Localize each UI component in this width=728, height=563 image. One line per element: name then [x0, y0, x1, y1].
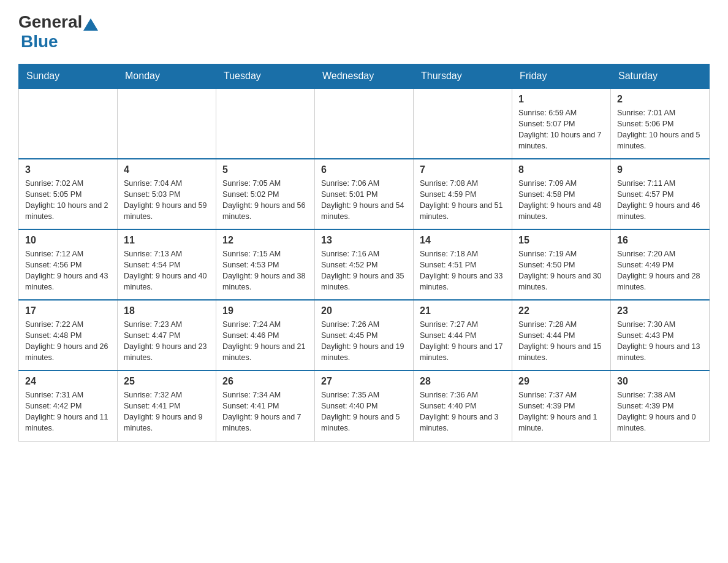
calendar-cell: 21Sunrise: 7:27 AM Sunset: 4:44 PM Dayli… [414, 300, 512, 370]
calendar-cell: 29Sunrise: 7:37 AM Sunset: 4:39 PM Dayli… [512, 370, 611, 441]
logo-general-text: General [18, 12, 82, 32]
calendar-cell: 20Sunrise: 7:26 AM Sunset: 4:45 PM Dayli… [315, 300, 414, 370]
calendar-cell: 25Sunrise: 7:32 AM Sunset: 4:41 PM Dayli… [118, 370, 216, 441]
calendar-cell: 30Sunrise: 7:38 AM Sunset: 4:39 PM Dayli… [611, 370, 710, 441]
day-info: Sunrise: 7:02 AM Sunset: 5:05 PM Dayligh… [25, 178, 111, 223]
calendar-cell: 3Sunrise: 7:02 AM Sunset: 5:05 PM Daylig… [19, 159, 118, 229]
calendar-cell: 28Sunrise: 7:36 AM Sunset: 4:40 PM Dayli… [414, 370, 512, 441]
day-number: 24 [25, 376, 111, 387]
day-info: Sunrise: 7:30 AM Sunset: 4:43 PM Dayligh… [617, 319, 703, 364]
day-info: Sunrise: 6:59 AM Sunset: 5:07 PM Dayligh… [518, 107, 604, 152]
day-number: 3 [25, 164, 111, 175]
calendar-cell: 15Sunrise: 7:19 AM Sunset: 4:50 PM Dayli… [512, 229, 611, 300]
calendar-cell: 2Sunrise: 7:01 AM Sunset: 5:06 PM Daylig… [611, 88, 710, 159]
calendar-cell [118, 88, 216, 159]
day-info: Sunrise: 7:26 AM Sunset: 4:45 PM Dayligh… [321, 319, 407, 364]
calendar-cell: 8Sunrise: 7:09 AM Sunset: 4:58 PM Daylig… [512, 159, 611, 229]
calendar-cell: 10Sunrise: 7:12 AM Sunset: 4:56 PM Dayli… [19, 229, 118, 300]
day-number: 22 [518, 305, 604, 316]
day-number: 2 [617, 94, 703, 105]
day-number: 16 [617, 235, 703, 246]
day-number: 7 [420, 164, 506, 175]
day-number: 5 [222, 164, 308, 175]
day-number: 20 [321, 305, 407, 316]
calendar-cell: 6Sunrise: 7:06 AM Sunset: 5:01 PM Daylig… [315, 159, 414, 229]
day-number: 9 [617, 164, 703, 175]
col-header-friday: Friday [512, 64, 611, 89]
day-info: Sunrise: 7:08 AM Sunset: 4:59 PM Dayligh… [420, 178, 506, 223]
day-number: 21 [420, 305, 506, 316]
day-info: Sunrise: 7:06 AM Sunset: 5:01 PM Dayligh… [321, 178, 407, 223]
day-info: Sunrise: 7:05 AM Sunset: 5:02 PM Dayligh… [222, 178, 308, 223]
day-info: Sunrise: 7:34 AM Sunset: 4:41 PM Dayligh… [222, 389, 308, 434]
day-number: 12 [222, 235, 308, 246]
day-info: Sunrise: 7:16 AM Sunset: 4:52 PM Dayligh… [321, 248, 407, 293]
day-number: 17 [25, 305, 111, 316]
day-info: Sunrise: 7:19 AM Sunset: 4:50 PM Dayligh… [518, 248, 604, 293]
calendar-cell: 19Sunrise: 7:24 AM Sunset: 4:46 PM Dayli… [216, 300, 315, 370]
calendar-cell [19, 88, 118, 159]
day-info: Sunrise: 7:31 AM Sunset: 4:42 PM Dayligh… [25, 389, 111, 434]
logo: General Blue [18, 12, 99, 52]
calendar-cell: 5Sunrise: 7:05 AM Sunset: 5:02 PM Daylig… [216, 159, 315, 229]
calendar-cell: 23Sunrise: 7:30 AM Sunset: 4:43 PM Dayli… [611, 300, 710, 370]
day-number: 14 [420, 235, 506, 246]
calendar-cell [414, 88, 512, 159]
calendar-cell: 16Sunrise: 7:20 AM Sunset: 4:49 PM Dayli… [611, 229, 710, 300]
day-number: 25 [124, 376, 210, 387]
day-info: Sunrise: 7:15 AM Sunset: 4:53 PM Dayligh… [222, 248, 308, 293]
calendar-cell: 27Sunrise: 7:35 AM Sunset: 4:40 PM Dayli… [315, 370, 414, 441]
col-header-tuesday: Tuesday [216, 64, 315, 89]
col-header-wednesday: Wednesday [315, 64, 414, 89]
day-info: Sunrise: 7:38 AM Sunset: 4:39 PM Dayligh… [617, 389, 703, 434]
day-info: Sunrise: 7:12 AM Sunset: 4:56 PM Dayligh… [25, 248, 111, 293]
calendar-cell: 14Sunrise: 7:18 AM Sunset: 4:51 PM Dayli… [414, 229, 512, 300]
calendar-cell: 7Sunrise: 7:08 AM Sunset: 4:59 PM Daylig… [414, 159, 512, 229]
day-number: 6 [321, 164, 407, 175]
week-row-5: 24Sunrise: 7:31 AM Sunset: 4:42 PM Dayli… [19, 370, 710, 441]
day-number: 28 [420, 376, 506, 387]
day-number: 1 [518, 94, 604, 105]
day-info: Sunrise: 7:36 AM Sunset: 4:40 PM Dayligh… [420, 389, 506, 434]
col-header-thursday: Thursday [414, 64, 512, 89]
week-row-1: 1Sunrise: 6:59 AM Sunset: 5:07 PM Daylig… [19, 88, 710, 159]
day-info: Sunrise: 7:13 AM Sunset: 4:54 PM Dayligh… [124, 248, 210, 293]
logo-triangle-icon [83, 18, 98, 31]
day-info: Sunrise: 7:09 AM Sunset: 4:58 PM Dayligh… [518, 178, 604, 223]
day-info: Sunrise: 7:35 AM Sunset: 4:40 PM Dayligh… [321, 389, 407, 434]
day-number: 11 [124, 235, 210, 246]
logo-blue-text: Blue [21, 32, 58, 51]
calendar-cell: 13Sunrise: 7:16 AM Sunset: 4:52 PM Dayli… [315, 229, 414, 300]
day-number: 19 [222, 305, 308, 316]
week-row-3: 10Sunrise: 7:12 AM Sunset: 4:56 PM Dayli… [19, 229, 710, 300]
week-row-2: 3Sunrise: 7:02 AM Sunset: 5:05 PM Daylig… [19, 159, 710, 229]
col-header-saturday: Saturday [611, 64, 710, 89]
day-number: 29 [518, 376, 604, 387]
day-info: Sunrise: 7:28 AM Sunset: 4:44 PM Dayligh… [518, 319, 604, 364]
calendar-cell: 1Sunrise: 6:59 AM Sunset: 5:07 PM Daylig… [512, 88, 611, 159]
day-number: 13 [321, 235, 407, 246]
day-number: 10 [25, 235, 111, 246]
day-info: Sunrise: 7:01 AM Sunset: 5:06 PM Dayligh… [617, 107, 703, 152]
calendar-cell [216, 88, 315, 159]
calendar-cell [315, 88, 414, 159]
calendar-cell: 22Sunrise: 7:28 AM Sunset: 4:44 PM Dayli… [512, 300, 611, 370]
day-number: 26 [222, 376, 308, 387]
day-number: 23 [617, 305, 703, 316]
calendar-header-row: SundayMondayTuesdayWednesdayThursdayFrid… [19, 64, 710, 89]
day-info: Sunrise: 7:18 AM Sunset: 4:51 PM Dayligh… [420, 248, 506, 293]
week-row-4: 17Sunrise: 7:22 AM Sunset: 4:48 PM Dayli… [19, 300, 710, 370]
calendar-table: SundayMondayTuesdayWednesdayThursdayFrid… [18, 64, 710, 442]
calendar-cell: 11Sunrise: 7:13 AM Sunset: 4:54 PM Dayli… [118, 229, 216, 300]
col-header-monday: Monday [118, 64, 216, 89]
day-number: 4 [124, 164, 210, 175]
day-info: Sunrise: 7:20 AM Sunset: 4:49 PM Dayligh… [617, 248, 703, 293]
day-info: Sunrise: 7:04 AM Sunset: 5:03 PM Dayligh… [124, 178, 210, 223]
day-info: Sunrise: 7:22 AM Sunset: 4:48 PM Dayligh… [25, 319, 111, 364]
day-info: Sunrise: 7:27 AM Sunset: 4:44 PM Dayligh… [420, 319, 506, 364]
calendar-cell: 9Sunrise: 7:11 AM Sunset: 4:57 PM Daylig… [611, 159, 710, 229]
calendar-cell: 24Sunrise: 7:31 AM Sunset: 4:42 PM Dayli… [19, 370, 118, 441]
day-info: Sunrise: 7:37 AM Sunset: 4:39 PM Dayligh… [518, 389, 604, 434]
day-info: Sunrise: 7:32 AM Sunset: 4:41 PM Dayligh… [124, 389, 210, 434]
day-number: 30 [617, 376, 703, 387]
